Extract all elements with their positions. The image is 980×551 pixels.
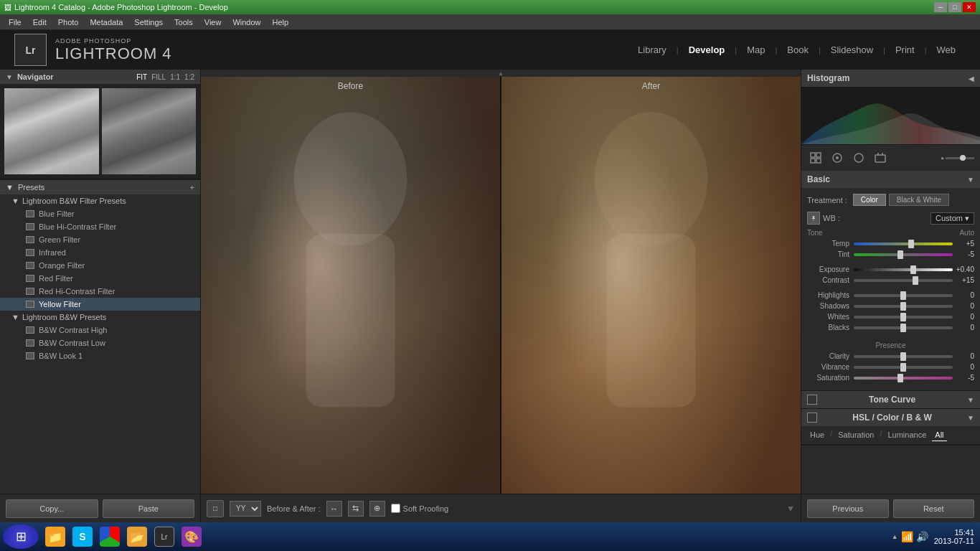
menu-photo[interactable]: Photo xyxy=(52,17,85,28)
preview-thumb-1[interactable] xyxy=(4,88,99,174)
slider-exposure-thumb[interactable] xyxy=(910,265,916,274)
slider-blacks-thumb[interactable] xyxy=(900,324,906,332)
slider-vibrance-track[interactable] xyxy=(854,366,953,369)
compare-select[interactable]: YY xyxy=(230,501,261,517)
menu-file[interactable]: File xyxy=(3,17,27,28)
taskbar-skype[interactable]: S xyxy=(70,524,95,549)
compare-mode-button[interactable]: ⊕ xyxy=(369,501,385,517)
treatment-bw-btn[interactable]: Black & White xyxy=(889,194,949,206)
wb-value-dropdown[interactable]: Custom ▾ xyxy=(930,212,974,225)
nav-module-book[interactable]: Book xyxy=(777,42,819,58)
preset-group-bw-filter[interactable]: ▼ Lightroom B&W Filter Presets xyxy=(0,194,200,207)
zoom-1-1[interactable]: 1:1 xyxy=(170,73,180,81)
slider-temp-thumb[interactable] xyxy=(908,240,914,248)
preset-bw-contrast-high[interactable]: B&W Contrast High xyxy=(0,324,200,336)
paste-button[interactable]: Paste xyxy=(103,499,195,518)
nav-module-print[interactable]: Print xyxy=(885,42,925,58)
zoom-fill[interactable]: FILL xyxy=(151,73,166,81)
slider-tint-thumb[interactable] xyxy=(897,250,903,259)
preset-bw-contrast-low[interactable]: B&W Contrast Low xyxy=(0,336,200,349)
slider-shadows-thumb[interactable] xyxy=(900,302,906,311)
navigator-header[interactable]: ▼ Navigator FIT FILL 1:1 1:2 xyxy=(0,70,200,84)
preset-red-filter[interactable]: Red Filter xyxy=(0,272,200,285)
nav-module-slideshow[interactable]: Slideshow xyxy=(821,42,883,58)
menu-metadata[interactable]: Metadata xyxy=(84,17,128,28)
zoom-1-2[interactable]: 1:2 xyxy=(184,73,194,81)
after-photo-wrapper[interactable] xyxy=(501,77,801,494)
slider-shadows-track[interactable] xyxy=(854,305,953,308)
taskbar-paintshop[interactable]: 🎨 xyxy=(179,524,204,549)
slider-whites-thumb[interactable] xyxy=(900,313,906,321)
windows-start-button[interactable]: ⊞ xyxy=(3,524,39,549)
slider-saturation-thumb[interactable] xyxy=(897,374,903,382)
nav-module-library[interactable]: Library xyxy=(628,42,677,58)
menu-settings[interactable]: Settings xyxy=(128,17,169,28)
swap-horiz-button[interactable]: ↔ xyxy=(326,501,342,517)
slider-highlights-track[interactable] xyxy=(854,294,953,297)
slider-contrast-track[interactable] xyxy=(854,279,953,282)
hsl-tab-luminance[interactable]: Luminance xyxy=(885,429,929,441)
preset-blue-hi-contrast[interactable]: Blue Hi-Contrast Filter xyxy=(0,220,200,233)
minimize-button[interactable]: ─ xyxy=(934,2,947,12)
presets-add-btn[interactable]: + xyxy=(190,183,194,192)
network-icon[interactable]: 📶 xyxy=(901,531,913,542)
taskbar-chrome[interactable] xyxy=(98,524,122,549)
menu-view[interactable]: View xyxy=(199,17,227,28)
taskbar-lightroom[interactable]: Lr xyxy=(152,524,176,549)
show-hidden-icons[interactable]: ▲ xyxy=(892,533,898,540)
slider-highlights-thumb[interactable] xyxy=(900,291,906,300)
auto-label[interactable]: Auto xyxy=(959,229,974,237)
basic-header[interactable]: Basic ▼ xyxy=(801,171,980,188)
target-tool-icon[interactable] xyxy=(829,149,846,166)
histogram-header[interactable]: Histogram ◀ xyxy=(801,70,980,87)
preset-blue-filter[interactable]: Blue Filter xyxy=(0,207,200,220)
soft-proofing-checkbox[interactable] xyxy=(391,504,400,513)
grid-tool-icon[interactable] xyxy=(807,149,824,166)
preset-bw-look-1[interactable]: B&W Look 1 xyxy=(0,349,200,362)
view-mode-button[interactable]: □ xyxy=(207,500,224,517)
circle-tool-icon[interactable] xyxy=(850,149,867,166)
close-button[interactable]: ✕ xyxy=(963,2,976,12)
mini-slider-thumb[interactable] xyxy=(960,155,966,161)
preset-group-bw-presets[interactable]: ▼ Lightroom B&W Presets xyxy=(0,311,200,324)
hsl-tab-all[interactable]: All xyxy=(932,429,946,441)
toolbar-dropdown-icon[interactable]: ▼ xyxy=(786,504,795,514)
slider-vibrance-thumb[interactable] xyxy=(900,363,906,372)
preset-orange-filter[interactable]: Orange Filter xyxy=(0,259,200,272)
maximize-button[interactable]: □ xyxy=(948,2,961,12)
zoom-fit[interactable]: FIT xyxy=(136,73,147,81)
slider-blacks-track[interactable] xyxy=(854,326,953,329)
preset-red-hi-contrast[interactable]: Red Hi-Contrast Filter xyxy=(0,285,200,298)
menu-edit[interactable]: Edit xyxy=(27,17,52,28)
before-photo-wrapper[interactable] xyxy=(201,77,500,494)
menu-help[interactable]: Help xyxy=(267,17,295,28)
slider-contrast-thumb[interactable] xyxy=(913,276,918,285)
slider-saturation-track[interactable] xyxy=(854,377,953,380)
preview-thumb-2[interactable] xyxy=(102,88,197,174)
slider-tint-track[interactable] xyxy=(854,253,953,256)
nav-module-web[interactable]: Web xyxy=(927,42,966,58)
mini-slider-track[interactable] xyxy=(946,157,974,159)
preset-infrared[interactable]: Infrared xyxy=(0,246,200,259)
slider-clarity-thumb[interactable] xyxy=(900,352,906,361)
tone-tool-icon[interactable] xyxy=(872,149,889,166)
taskbar-clock[interactable]: 15:41 2013-07-11 xyxy=(934,528,974,545)
menu-window[interactable]: Window xyxy=(227,17,266,28)
treatment-color-btn[interactable]: Color xyxy=(853,194,886,206)
hsl-tab-hue[interactable]: Hue xyxy=(807,429,827,441)
hsl-header[interactable]: HSL / Color / B & W ▼ xyxy=(801,409,980,426)
volume-icon[interactable]: 🔊 xyxy=(916,531,928,542)
slider-clarity-track[interactable] xyxy=(854,355,953,358)
taskbar-folder[interactable]: 📂 xyxy=(125,524,149,549)
nav-module-develop[interactable]: Develop xyxy=(679,42,735,58)
preset-yellow-filter[interactable]: Yellow Filter xyxy=(0,298,200,311)
preset-green-filter[interactable]: Green Filter xyxy=(0,233,200,246)
slider-temp-track[interactable] xyxy=(854,242,953,245)
nav-module-map[interactable]: Map xyxy=(737,42,775,58)
slider-whites-track[interactable] xyxy=(854,316,953,319)
slider-exposure-track[interactable] xyxy=(854,268,953,271)
swap-vert-button[interactable]: ⇆ xyxy=(348,501,364,517)
presets-header[interactable]: ▼ Presets + xyxy=(0,179,200,194)
tone-curve-header[interactable]: Tone Curve ▼ xyxy=(801,391,980,408)
taskbar-file-explorer[interactable]: 📁 xyxy=(43,524,67,549)
